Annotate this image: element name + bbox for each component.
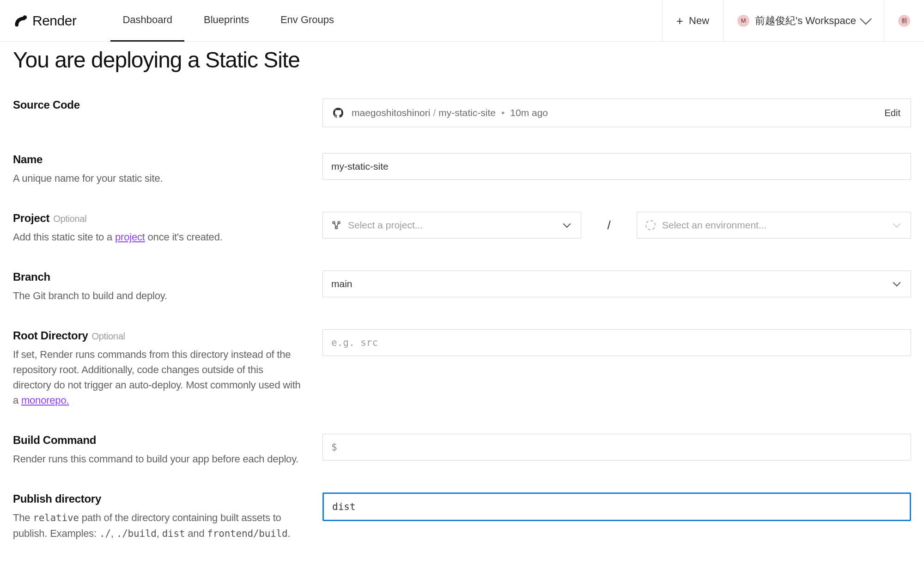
environment-placeholder-icon <box>645 220 656 230</box>
monorepo-link[interactable]: monorepo. <box>21 394 69 406</box>
row-publish-directory: Publish directory The relative path of t… <box>13 492 911 541</box>
repo-updated-ago: 10m ago <box>510 107 548 118</box>
workspace-avatar: M <box>737 15 749 27</box>
row-build-command: Build Command Render runs this command t… <box>13 434 911 467</box>
new-label: New <box>689 15 709 27</box>
brand-logo[interactable]: Render <box>0 0 90 41</box>
project-select-placeholder: Select a project... <box>348 220 423 231</box>
user-menu[interactable]: 前 <box>884 0 924 41</box>
label-build-command: Build Command <box>13 434 304 447</box>
desc-publish-directory: The relative path of the directory conta… <box>13 510 304 541</box>
desc-branch: The Git branch to build and deploy. <box>13 288 304 303</box>
chevron-down-icon <box>893 279 901 287</box>
name-input[interactable] <box>322 153 911 180</box>
plus-icon: + <box>676 15 683 27</box>
svg-point-0 <box>23 15 27 19</box>
desc-root-directory: If set, Render runs commands from this d… <box>13 347 304 408</box>
build-command-input[interactable] <box>342 442 902 453</box>
repo-slash: / <box>433 107 436 118</box>
nav-dashboard[interactable]: Dashboard <box>122 0 172 41</box>
main-nav: Dashboard Blueprints Env Groups <box>90 0 334 41</box>
row-project: ProjectOptional Add this static site to … <box>13 212 911 245</box>
build-command-wrapper: $ <box>322 434 911 461</box>
workspace-switcher[interactable]: M 前越俊紀's Workspace <box>723 0 884 41</box>
source-code-card: maegoshitoshinori / my-static-site • 10m… <box>322 98 911 127</box>
edit-source-button[interactable]: Edit <box>885 108 900 118</box>
nav-blueprints[interactable]: Blueprints <box>204 0 249 41</box>
site-header: Render Dashboard Blueprints Env Groups +… <box>0 0 924 42</box>
label-rootdir-optional: Optional <box>92 331 125 341</box>
desc-build-command: Render runs this command to build your a… <box>13 451 304 467</box>
repo-name: my-static-site <box>438 107 496 118</box>
chevron-down-icon <box>860 13 871 25</box>
project-select[interactable]: Select a project... <box>322 212 581 239</box>
render-logo-icon <box>14 14 28 28</box>
chevron-down-icon <box>893 220 901 228</box>
github-icon <box>333 108 343 118</box>
dollar-prefix: $ <box>331 442 337 453</box>
desc-project: Add this static site to a project once i… <box>13 229 304 245</box>
label-publish-directory: Publish directory <box>13 492 304 505</box>
root-directory-input[interactable] <box>322 329 911 356</box>
row-source-code: Source Code maegoshitoshinori / my-stati… <box>13 98 911 127</box>
project-link[interactable]: project <box>115 231 145 243</box>
row-root-directory: Root DirectoryOptional If set, Render ru… <box>13 329 911 408</box>
nav-env-groups[interactable]: Env Groups <box>280 0 334 41</box>
project-env-sep: / <box>581 218 637 233</box>
label-name: Name <box>13 153 304 166</box>
label-project: ProjectOptional <box>13 212 304 225</box>
page-title: You are deploying a Static Site <box>13 47 911 73</box>
project-select-icon <box>331 220 341 230</box>
brand-name: Render <box>32 13 76 29</box>
dot-sep: • <box>501 107 505 118</box>
repo-owner: maegoshitoshinori <box>352 107 430 118</box>
environment-select[interactable]: Select an environment... <box>637 212 911 239</box>
user-avatar: 前 <box>898 15 910 27</box>
label-branch: Branch <box>13 271 304 283</box>
header-actions: + New M 前越俊紀's Workspace 前 <box>662 0 924 41</box>
label-project-optional: Optional <box>53 214 86 224</box>
branch-select[interactable]: main <box>322 271 911 297</box>
label-root-directory: Root DirectoryOptional <box>13 329 304 342</box>
chevron-down-icon <box>563 220 571 228</box>
desc-name: A unique name for your static site. <box>13 171 304 186</box>
new-button[interactable]: + New <box>662 0 723 41</box>
row-name: Name A unique name for your static site. <box>13 153 911 186</box>
row-branch: Branch The Git branch to build and deplo… <box>13 271 911 303</box>
label-source-code: Source Code <box>13 98 304 111</box>
environment-select-placeholder: Select an environment... <box>662 220 766 231</box>
branch-value: main <box>331 278 353 289</box>
workspace-name: 前越俊紀's Workspace <box>755 14 856 28</box>
publish-directory-input[interactable] <box>322 492 911 521</box>
